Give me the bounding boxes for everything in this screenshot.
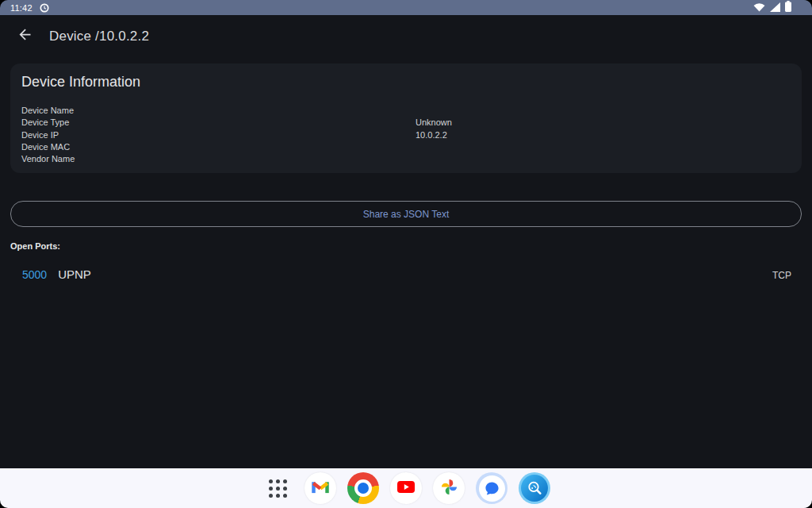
network-scanner-icon (521, 475, 548, 502)
gmail-app-button[interactable] (304, 472, 336, 504)
youtube-app-button[interactable] (390, 472, 422, 504)
clock-icon (40, 3, 49, 13)
info-value (416, 153, 791, 165)
info-row-device-ip: Device IP 10.0.2.2 (21, 129, 791, 141)
info-value (416, 141, 791, 153)
wifi-icon (753, 1, 765, 15)
google-photos-app-button[interactable] (433, 472, 465, 504)
port-row[interactable]: 5000 UPNP TCP (0, 267, 812, 281)
android-screen: 11:42 (0, 0, 812, 508)
content-spacer (0, 281, 812, 468)
chrome-app-button[interactable] (347, 472, 379, 504)
info-value: 10.0.2.2 (416, 129, 791, 141)
port-protocol: TCP (772, 270, 791, 281)
status-bar: 11:42 (0, 0, 812, 15)
messages-app-button[interactable] (476, 472, 508, 504)
info-value (416, 105, 791, 117)
youtube-icon (397, 481, 415, 496)
info-row-vendor-name: Vendor Name (21, 153, 791, 165)
dock-bar (0, 468, 812, 508)
info-label: Device Type (21, 117, 416, 129)
back-button[interactable] (14, 26, 35, 47)
page-title: Device /10.0.2.2 (49, 29, 149, 44)
app-drawer-button[interactable] (262, 472, 293, 504)
share-json-button[interactable]: Share as JSON Text (10, 201, 802, 227)
device-info-card: Device Information Device Name Device Ty… (10, 64, 802, 173)
info-value: Unknown (416, 117, 791, 129)
cell-signal-icon (770, 1, 780, 15)
port-number: 5000 (22, 268, 47, 281)
gmail-icon (312, 480, 329, 497)
app-drawer-icon (269, 479, 287, 498)
network-scanner-app-button[interactable] (519, 472, 550, 504)
info-label: Device IP (21, 129, 416, 141)
info-row-device-type: Device Type Unknown (21, 117, 791, 129)
google-photos-icon (440, 478, 458, 499)
status-time: 11:42 (10, 3, 33, 13)
arrow-left-icon (17, 26, 33, 46)
app-header: Device /10.0.2.2 (0, 15, 812, 57)
info-row-device-name: Device Name (21, 105, 791, 117)
battery-icon (785, 1, 791, 15)
status-right-icons (753, 1, 791, 15)
info-row-device-mac: Device MAC (21, 141, 791, 153)
info-label: Device Name (21, 105, 416, 117)
chrome-icon (354, 479, 372, 497)
messages-icon (479, 475, 505, 502)
info-label: Device MAC (21, 141, 416, 153)
card-title: Device Information (21, 74, 791, 90)
port-service: UPNP (58, 267, 91, 281)
info-label: Vendor Name (21, 153, 416, 165)
open-ports-heading: Open Ports: (10, 241, 802, 251)
